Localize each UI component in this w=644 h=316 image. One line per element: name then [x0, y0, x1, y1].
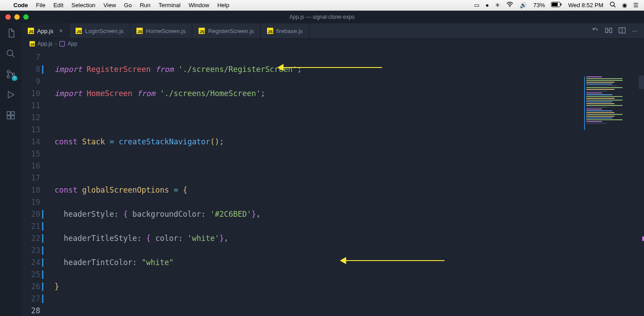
js-file-icon: JS [136, 28, 143, 34]
close-window-button[interactable] [5, 14, 11, 20]
scm-badge: 7 [12, 76, 17, 81]
svg-line-5 [614, 6, 616, 8]
tab-firebase-js[interactable]: JS firebase.js [261, 23, 309, 38]
svg-rect-2 [552, 3, 558, 6]
window-title: App.js — signal-clone-expo [289, 14, 355, 20]
notification-center-icon[interactable]: ☰ [633, 2, 639, 8]
line-number-gutter: 7 8 9 10 11 12 13 14 15 16 17 18 19 20 2… [21, 49, 47, 316]
clock[interactable]: Wed 8:52 PM [568, 2, 603, 8]
menu-run[interactable]: Run [140, 2, 151, 8]
svg-point-4 [610, 2, 614, 6]
open-changes-icon[interactable] [592, 27, 599, 35]
svg-point-6 [7, 50, 13, 56]
menu-window[interactable]: Window [189, 2, 209, 8]
tab-label: HomeScreen.js [146, 28, 186, 34]
svg-rect-14 [7, 116, 10, 119]
battery-icon[interactable] [551, 2, 562, 8]
activity-bar: 7 [0, 23, 21, 316]
volume-icon[interactable]: 🔊 [520, 2, 527, 8]
close-icon[interactable]: × [59, 27, 63, 34]
svg-point-0 [509, 6, 510, 7]
annotation-arrow [342, 260, 445, 261]
svg-marker-11 [8, 92, 14, 98]
editor-group: JS App.js × JS LoginScreen.js JS HomeScr… [21, 23, 644, 316]
svg-rect-15 [11, 116, 14, 119]
editor-actions: ⋯ [585, 23, 644, 38]
minimap[interactable] [584, 76, 638, 130]
js-file-icon: JS [28, 28, 34, 34]
chevron-right-icon: › [55, 41, 57, 47]
breadcrumb-file[interactable]: App.js [38, 41, 52, 47]
menu-help[interactable]: Help [217, 2, 229, 8]
tab-registerscreen-js[interactable]: JS RegisterScreen.js [192, 23, 261, 38]
split-editor-icon[interactable] [619, 27, 626, 35]
more-actions-icon[interactable]: ⋯ [632, 28, 638, 34]
menu-view[interactable]: View [103, 2, 116, 8]
menu-terminal[interactable]: Terminal [159, 2, 181, 8]
explorer-icon[interactable] [5, 28, 16, 38]
overview-ruler[interactable] [639, 76, 644, 316]
breadcrumb-symbol[interactable]: App [68, 41, 77, 47]
svg-rect-17 [610, 28, 612, 33]
svg-line-7 [12, 55, 15, 58]
svg-rect-16 [606, 28, 608, 33]
js-file-icon: JS [267, 28, 273, 34]
app-name[interactable]: Code [13, 2, 28, 8]
window-controls[interactable] [0, 14, 29, 20]
js-file-icon: JS [199, 28, 205, 34]
tab-homescreen-js[interactable]: JS HomeScreen.js [130, 23, 192, 38]
run-debug-icon[interactable] [5, 89, 16, 100]
menu-edit[interactable]: Edit [53, 2, 63, 8]
svg-rect-3 [561, 4, 562, 6]
menu-file[interactable]: File [36, 2, 46, 8]
spotlight-icon[interactable] [610, 1, 616, 9]
breadcrumb[interactable]: JS App.js › App [21, 39, 644, 49]
search-icon[interactable] [5, 48, 16, 59]
menu-selection[interactable]: Selection [72, 2, 95, 8]
svg-point-9 [7, 76, 10, 78]
svg-rect-12 [7, 112, 10, 115]
source-control-icon[interactable]: 7 [5, 69, 16, 80]
js-file-icon: JS [30, 41, 35, 46]
tab-label: RegisterScreen.js [208, 28, 254, 34]
symbol-icon [59, 41, 65, 46]
battery-percent: 73% [533, 2, 545, 8]
fullscreen-window-button[interactable] [23, 14, 29, 20]
svg-point-8 [7, 71, 10, 73]
wifi-icon[interactable] [506, 2, 513, 8]
bluetooth-icon[interactable]: ✳ [495, 2, 500, 8]
siri-icon[interactable]: ◉ [622, 2, 627, 8]
editor-tabs: JS App.js × JS LoginScreen.js JS HomeScr… [21, 23, 644, 39]
tab-label: LoginScreen.js [85, 28, 123, 34]
annotation-arrow [279, 67, 382, 68]
compare-icon[interactable] [605, 27, 612, 35]
code-content[interactable]: import RegisterScreen from './screens/Re… [47, 49, 644, 316]
macos-menu-bar: Code File Edit Selection View Go Run Ter… [0, 0, 644, 11]
minimize-window-button[interactable] [14, 14, 20, 20]
tab-label: App.js [37, 28, 53, 34]
tab-loginscreen-js[interactable]: JS LoginScreen.js [69, 23, 130, 38]
screencast-icon[interactable]: ▭ [474, 2, 479, 8]
menu-go[interactable]: Go [124, 2, 131, 8]
window-titlebar: App.js — signal-clone-expo [0, 11, 644, 23]
status-dot-icon[interactable]: ● [486, 2, 489, 8]
extensions-icon[interactable] [5, 110, 16, 121]
js-file-icon: JS [76, 28, 82, 34]
svg-rect-13 [11, 112, 14, 115]
tab-app-js[interactable]: JS App.js × [21, 23, 69, 38]
tab-label: firebase.js [276, 28, 303, 34]
code-editor[interactable]: 7 8 9 10 11 12 13 14 15 16 17 18 19 20 2… [21, 49, 644, 316]
